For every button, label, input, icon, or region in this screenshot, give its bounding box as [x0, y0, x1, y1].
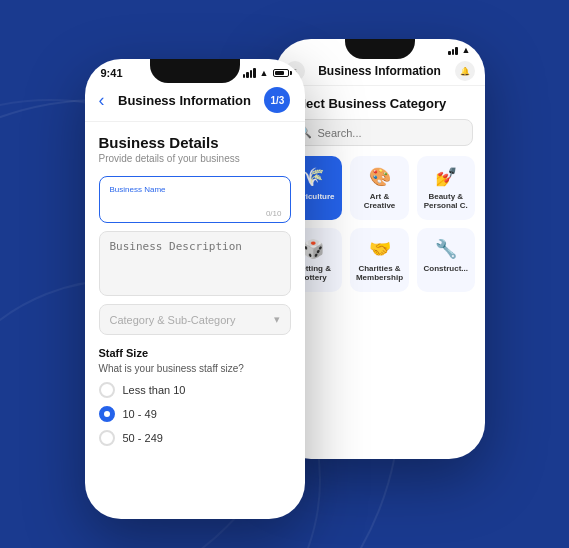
- chevron-down-icon: ▾: [274, 313, 280, 326]
- radio-label-1: Less than 10: [123, 384, 186, 396]
- battery-icon-1: [273, 69, 289, 77]
- category-charities[interactable]: 🤝 Charities & Membership: [350, 228, 409, 292]
- signal-bars-2: [448, 45, 458, 55]
- phone-2: ▲ ≡ Business Information 🔔 Select Busine…: [275, 39, 485, 459]
- agriculture-icon: 🌾: [302, 166, 324, 188]
- business-description-field[interactable]: [99, 231, 291, 296]
- notch-2: [345, 39, 415, 59]
- step-badge-1: 1/3: [264, 87, 290, 113]
- search-input[interactable]: [318, 127, 456, 139]
- signal-bars-1: [243, 68, 256, 78]
- phone-1: 9:41 ▲ ‹ Business Information 1/3: [85, 59, 305, 519]
- radio-label-3: 50 - 249: [123, 432, 163, 444]
- nav-bar-1: ‹ Business Information 1/3: [85, 81, 305, 122]
- status-icons-2: ▲: [448, 45, 470, 55]
- radio-circle-3[interactable]: [99, 430, 115, 446]
- back-button-1[interactable]: ‹: [99, 90, 105, 111]
- category-select[interactable]: Category & Sub-Category ▾: [99, 304, 291, 335]
- radio-circle-2[interactable]: [99, 406, 115, 422]
- staff-section: Staff Size What is your business staff s…: [99, 347, 291, 446]
- status-time-1: 9:41: [101, 67, 123, 79]
- category-name-charities: Charities & Membership: [356, 264, 403, 282]
- wifi-icon-1: ▲: [260, 68, 269, 78]
- radio-circle-1[interactable]: [99, 382, 115, 398]
- art-icon: 🎨: [369, 166, 391, 188]
- search-bar[interactable]: 🔍: [287, 119, 473, 146]
- category-name-construction: Construct...: [424, 264, 468, 273]
- category-section-title: Select Business Category: [275, 86, 485, 119]
- radio-option-3[interactable]: 50 - 249: [99, 430, 291, 446]
- beauty-icon: 💅: [435, 166, 457, 188]
- category-beauty[interactable]: 💅 Beauty & Personal C.: [417, 156, 474, 220]
- staff-question: What is your business staff size?: [99, 363, 291, 374]
- status-icons-1: ▲: [243, 68, 289, 78]
- business-name-field[interactable]: Business Name 0/10: [99, 176, 291, 223]
- radio-option-1[interactable]: Less than 10: [99, 382, 291, 398]
- category-placeholder: Category & Sub-Category: [110, 314, 236, 326]
- notch-1: [150, 59, 240, 83]
- wifi-icon-2: ▲: [462, 45, 471, 55]
- category-name-art: Art & Creative: [356, 192, 403, 210]
- phones-container: 9:41 ▲ ‹ Business Information 1/3: [85, 29, 485, 519]
- radio-option-2[interactable]: 10 - 49: [99, 406, 291, 422]
- construction-icon: 🔧: [435, 238, 457, 260]
- business-name-input[interactable]: [110, 200, 280, 212]
- char-count: 0/10: [266, 209, 282, 218]
- category-art-creative[interactable]: 🎨 Art & Creative: [350, 156, 409, 220]
- charities-icon: 🤝: [369, 238, 391, 260]
- betting-icon: 🎲: [302, 238, 324, 260]
- nav-title-2: Business Information: [318, 64, 441, 78]
- nav-bar-2: ≡ Business Information 🔔: [275, 57, 485, 86]
- category-name-beauty: Beauty & Personal C.: [423, 192, 468, 210]
- categories-grid: 🌾 Agriculture 🎨 Art & Creative 💅 Beauty …: [275, 156, 485, 292]
- bell-icon[interactable]: 🔔: [455, 61, 475, 81]
- phone-1-content: Business Details Provide details of your…: [85, 122, 305, 466]
- business-name-label: Business Name: [110, 185, 280, 194]
- section-title-1: Business Details: [99, 134, 291, 151]
- business-description-input[interactable]: [110, 240, 280, 287]
- staff-label: Staff Size: [99, 347, 291, 359]
- nav-title-1: Business Information: [118, 93, 251, 108]
- radio-label-2: 10 - 49: [123, 408, 157, 420]
- category-construction[interactable]: 🔧 Construct...: [417, 228, 474, 292]
- section-subtitle-1: Provide details of your business: [99, 153, 291, 164]
